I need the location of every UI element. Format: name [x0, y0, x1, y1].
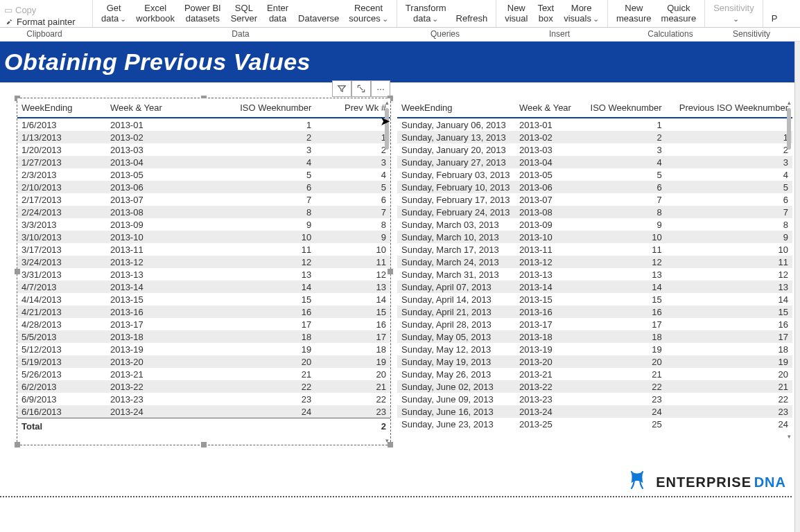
col-isoweek[interactable]: ISO Weeknumber — [196, 98, 315, 118]
left-table[interactable]: WeekEnding Week & Year ISO Weeknumber Pr… — [17, 98, 390, 433]
right-pane-collapsed[interactable] — [794, 42, 800, 532]
table-row[interactable]: Sunday, February 10, 20132013-0665 — [397, 181, 792, 193]
quick-measure-button[interactable]: Quickmeasure — [660, 2, 698, 27]
right-table[interactable]: WeekEnding Week & Year ISO Weeknumber Pr… — [397, 98, 792, 430]
table-row[interactable]: 4/7/20132013-141413 — [17, 281, 390, 293]
table-row[interactable]: 3/24/20132013-121211 — [17, 256, 390, 268]
scroll-thumb[interactable] — [787, 108, 791, 150]
col-isoweek[interactable]: ISO Weeknumber — [580, 98, 666, 118]
table-row[interactable]: Sunday, March 10, 20132013-10109 — [397, 231, 792, 243]
table-row[interactable]: Sunday, May 05, 20132013-181817 — [397, 330, 792, 343]
table-row[interactable]: Sunday, April 28, 20132013-171716 — [397, 318, 792, 330]
brand-logo: ENTERPRISE DNA — [625, 468, 786, 496]
table-row[interactable]: 4/14/20132013-151514 — [17, 293, 390, 305]
brush-icon — [4, 17, 14, 27]
page-boundary — [0, 496, 792, 497]
table-row[interactable]: Sunday, March 31, 20132013-131312 — [397, 268, 792, 281]
table-row[interactable]: Sunday, January 13, 20132013-0221 — [397, 131, 792, 143]
dataverse-button[interactable]: Dataverse — [297, 12, 340, 27]
col-weekyear[interactable]: Week & Year — [515, 98, 580, 118]
col-previsoweek[interactable]: Previous ISO Weeknumber — [666, 98, 792, 118]
more-options-icon[interactable]: ··· — [371, 80, 390, 97]
table-row[interactable]: 6/9/20132013-232322 — [17, 393, 390, 405]
table-row[interactable]: Sunday, May 12, 20132013-191918 — [397, 343, 792, 355]
table-row[interactable]: 1/6/20132013-011 — [17, 118, 390, 131]
format-painter-button[interactable]: Format painter — [4, 17, 76, 27]
col-weekending[interactable]: WeekEnding — [397, 98, 515, 118]
transform-data-button[interactable]: Transformdata — [404, 2, 448, 27]
scroll-up-icon[interactable]: ▴ — [785, 98, 792, 107]
table-row[interactable]: Sunday, April 14, 20132013-151514 — [397, 293, 792, 305]
scroll-down-icon[interactable]: ▾ — [785, 432, 792, 441]
table-row[interactable]: 3/10/20132013-10109 — [17, 231, 390, 243]
table-row[interactable]: 4/28/20132013-171716 — [17, 318, 390, 330]
total-row: Total2 — [17, 418, 390, 433]
table-row[interactable]: Sunday, March 24, 20132013-121211 — [397, 256, 792, 268]
scroll-thumb[interactable] — [385, 108, 389, 150]
left-scrollbar[interactable]: ▴ ▾ — [383, 98, 390, 445]
table-row[interactable]: 1/27/20132013-0443 — [17, 156, 390, 168]
table-row[interactable]: 2/17/20132013-0776 — [17, 193, 390, 206]
table-row[interactable]: Sunday, February 17, 20132013-0776 — [397, 193, 792, 206]
scroll-down-icon[interactable]: ▾ — [383, 436, 390, 445]
table-row[interactable]: 5/12/20132013-191918 — [17, 343, 390, 355]
recent-sources-button[interactable]: Recentsources — [347, 2, 390, 27]
more-visuals-button[interactable]: Morevisuals — [562, 2, 600, 27]
excel-button[interactable]: Excelworkbook — [134, 2, 176, 27]
focus-mode-icon[interactable] — [351, 80, 371, 97]
table-row[interactable]: 1/13/20132013-0221 — [17, 131, 390, 143]
table-row[interactable]: 5/26/20132013-212120 — [17, 368, 390, 380]
dna-icon — [625, 468, 649, 496]
table-visual-left[interactable]: ··· WeekEnding Week & Year ISO Weeknumbe… — [17, 98, 391, 445]
right-scrollbar[interactable]: ▴ ▾ — [785, 98, 792, 441]
table-row[interactable]: Sunday, March 03, 20132013-0998 — [397, 218, 792, 231]
table-row[interactable]: Sunday, February 03, 20132013-0554 — [397, 168, 792, 181]
sql-server-button[interactable]: SQLServer — [229, 2, 259, 27]
copy-button[interactable]: ▭ Copy — [4, 5, 76, 15]
page-title: Obtaining Previous Values — [0, 42, 800, 82]
table-row[interactable]: 6/2/20132013-222221 — [17, 380, 390, 393]
ribbon: ▭ Copy Format painter Getdata Excelworkb… — [0, 0, 800, 28]
col-prevwk[interactable]: Prev Wk # — [315, 98, 390, 118]
table-row[interactable]: 2/24/20132013-0887 — [17, 206, 390, 218]
table-row[interactable]: Sunday, June 23, 20132013-252524 — [397, 418, 792, 430]
table-row[interactable]: 1/20/20132013-0332 — [17, 143, 390, 156]
scroll-up-icon[interactable]: ▴ — [383, 98, 390, 107]
table-row[interactable]: 2/3/20132013-0554 — [17, 168, 390, 181]
table-row[interactable]: 3/3/20132013-0998 — [17, 218, 390, 231]
refresh-button[interactable]: Refresh — [455, 12, 489, 27]
table-row[interactable]: 3/31/20132013-131312 — [17, 268, 390, 281]
table-row[interactable]: Sunday, May 19, 20132013-202019 — [397, 355, 792, 368]
get-data-button[interactable]: Getdata — [100, 2, 128, 27]
table-row[interactable]: Sunday, January 27, 20132013-0443 — [397, 156, 792, 168]
publish-stub[interactable]: P — [770, 12, 779, 27]
table-row[interactable]: Sunday, June 02, 20132013-222221 — [397, 380, 792, 393]
pbi-datasets-button[interactable]: Power BIdatasets — [183, 2, 223, 27]
table-row[interactable]: 5/5/20132013-181817 — [17, 330, 390, 343]
table-row[interactable]: Sunday, March 17, 20132013-111110 — [397, 243, 792, 256]
table-row[interactable]: 4/21/20132013-161615 — [17, 305, 390, 318]
visual-header-buttons: ··· — [332, 80, 390, 97]
sensitivity-button[interactable]: Sensitivity — [712, 2, 756, 27]
enter-data-button[interactable]: Enterdata — [266, 2, 290, 27]
table-row[interactable]: Sunday, April 21, 20132013-161615 — [397, 305, 792, 318]
table-row[interactable]: 3/17/20132013-111110 — [17, 243, 390, 256]
table-row[interactable]: 5/19/20132013-202019 — [17, 355, 390, 368]
table-row[interactable]: 2/10/20132013-0665 — [17, 181, 390, 193]
col-weekending[interactable]: WeekEnding — [17, 98, 106, 118]
table-row[interactable]: Sunday, June 16, 20132013-242423 — [397, 405, 792, 418]
new-measure-button[interactable]: Newmeasure — [615, 2, 653, 27]
table-row[interactable]: Sunday, April 07, 20132013-141413 — [397, 281, 792, 293]
filter-icon[interactable] — [332, 80, 351, 97]
new-visual-button[interactable]: Newvisual — [503, 2, 529, 27]
table-row[interactable]: Sunday, January 06, 20132013-011 — [397, 118, 792, 131]
table-row[interactable]: Sunday, June 09, 20132013-232322 — [397, 393, 792, 405]
table-row[interactable]: Sunday, May 26, 20132013-212120 — [397, 368, 792, 380]
ribbon-section-labels: Clipboard Data Queries Insert Calculatio… — [0, 28, 800, 42]
table-visual-right[interactable]: WeekEnding Week & Year ISO Weeknumber Pr… — [397, 98, 793, 445]
text-box-button[interactable]: Textbox — [536, 2, 555, 27]
table-row[interactable]: Sunday, February 24, 20132013-0887 — [397, 206, 792, 218]
col-weekyear[interactable]: Week & Year — [106, 98, 196, 118]
table-row[interactable]: Sunday, January 20, 20132013-0332 — [397, 143, 792, 156]
table-row[interactable]: 6/16/20132013-242423 — [17, 405, 390, 418]
